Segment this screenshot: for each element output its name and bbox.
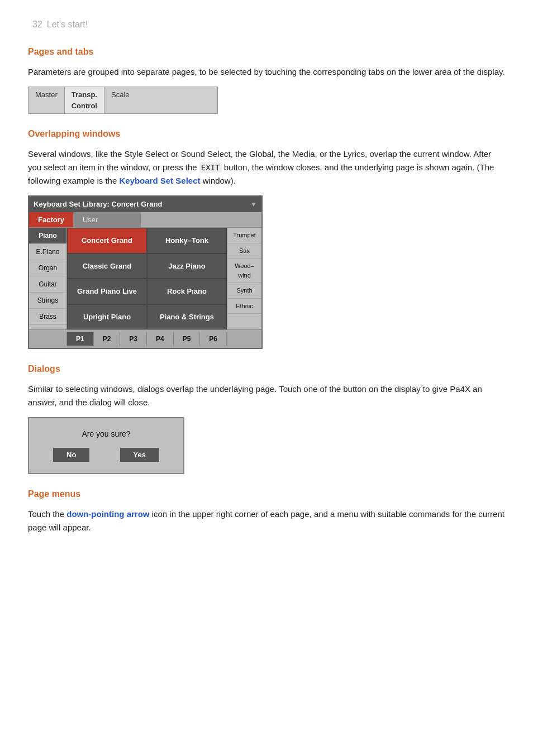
body-overlapping: Several windows, like the Style Select o… (28, 147, 505, 188)
ks-cell-0[interactable]: Concert Grand (67, 228, 147, 253)
ks-page-p2[interactable]: P2 (94, 332, 121, 346)
dialog-buttons: No Yes (38, 448, 174, 466)
ks-right-sidebar: Trumpet Sax Wood–wind Synth Ethnic (227, 228, 261, 329)
ks-right-synth[interactable]: Synth (227, 283, 261, 299)
heading-overlapping: Overlapping windows (28, 127, 505, 141)
ks-tab-factory[interactable]: Factory (29, 212, 74, 228)
ks-tab-empty[interactable] (107, 212, 141, 228)
ks-sidebar-piano[interactable]: Piano (29, 228, 66, 244)
down-pointing-arrow-label: down-pointing arrow (66, 509, 149, 519)
ks-sidebar: Piano E.Piano Organ Guitar Strings Brass (29, 228, 67, 329)
dialog-content: Are you sure? No Yes (29, 418, 183, 473)
tab-scale[interactable]: Scale (104, 87, 136, 113)
ks-pagination: P1 P2 P3 P4 P5 P6 (29, 329, 261, 348)
keyboard-set-select-label: Keyboard Set Select (119, 176, 200, 185)
ks-arrow-icon[interactable]: ▼ (250, 199, 257, 209)
ks-page-p3[interactable]: P3 (120, 332, 147, 346)
ks-cell-5[interactable]: Rock Piano (147, 279, 227, 304)
tab-master[interactable]: Master (28, 87, 65, 113)
ks-cell-4[interactable]: Grand Piano Live (67, 279, 147, 304)
ks-page-p6[interactable]: P6 (200, 332, 227, 346)
heading-pages-tabs: Pages and tabs (28, 45, 505, 59)
ks-sidebar-epiano[interactable]: E.Piano (29, 244, 66, 260)
dialog-yes-button[interactable]: Yes (120, 448, 159, 462)
ks-sidebar-organ[interactable]: Organ (29, 260, 66, 276)
body-page-menus: Touch the down-pointing arrow icon in th… (28, 508, 505, 534)
tab-transp-control[interactable]: Transp.Control (65, 87, 104, 113)
heading-dialogs: Dialogs (28, 362, 505, 376)
ks-titlebar: Keyboard Set Library: Concert Grand ▼ (29, 197, 261, 212)
body-overlapping-3: window). (200, 176, 235, 185)
ks-tab-user[interactable]: User (74, 212, 107, 228)
body-page-menus-1: Touch the (28, 509, 66, 519)
ks-cell-2[interactable]: Classic Grand (67, 253, 147, 279)
ks-cell-7[interactable]: Piano & Strings (147, 304, 227, 330)
ks-body: Piano E.Piano Organ Guitar Strings Brass… (29, 228, 261, 329)
ks-title: Keyboard Set Library: Concert Grand (34, 199, 162, 210)
body-pages-tabs: Parameters are grouped into separate pag… (28, 65, 505, 79)
page-number: 32Let's start! (28, 17, 505, 32)
ks-right-woodwind[interactable]: Wood–wind (227, 259, 261, 283)
ks-cell-3[interactable]: Jazz Piano (147, 253, 227, 279)
ks-right-sax[interactable]: Sax (227, 243, 261, 259)
ks-page-p1[interactable]: P1 (67, 332, 94, 346)
dialog-text: Are you sure? (38, 428, 174, 440)
ks-grid: Concert Grand Honky–Tonk Classic Grand J… (67, 228, 227, 329)
dialog-no-button[interactable]: No (53, 448, 89, 462)
exit-code: EXIT (199, 162, 222, 173)
ks-right-ethnic[interactable]: Ethnic (227, 299, 261, 314)
page-subtitle: Let's start! (47, 20, 88, 29)
ks-right-trumpet[interactable]: Trumpet (227, 228, 261, 243)
dialog-box: Are you sure? No Yes (28, 417, 184, 474)
body-dialogs: Similar to selecting windows, dialogs ov… (28, 382, 505, 409)
ks-sidebar-brass[interactable]: Brass (29, 309, 66, 325)
ks-page-p5[interactable]: P5 (174, 332, 201, 346)
ks-cell-1[interactable]: Honky–Tonk (147, 228, 227, 253)
ks-page-p4[interactable]: P4 (147, 332, 174, 346)
page-num-value: 32 (32, 20, 42, 29)
ks-sidebar-strings[interactable]: Strings (29, 293, 66, 309)
ks-cell-6[interactable]: Upright Piano (67, 304, 147, 330)
ks-tabs: Factory User (29, 212, 261, 228)
tabs-bar: Master Transp.Control Scale (28, 87, 218, 114)
ks-sidebar-guitar[interactable]: Guitar (29, 276, 66, 293)
heading-page-menus: Page menus (28, 487, 505, 501)
ks-library-window: Keyboard Set Library: Concert Grand ▼ Fa… (28, 195, 263, 349)
